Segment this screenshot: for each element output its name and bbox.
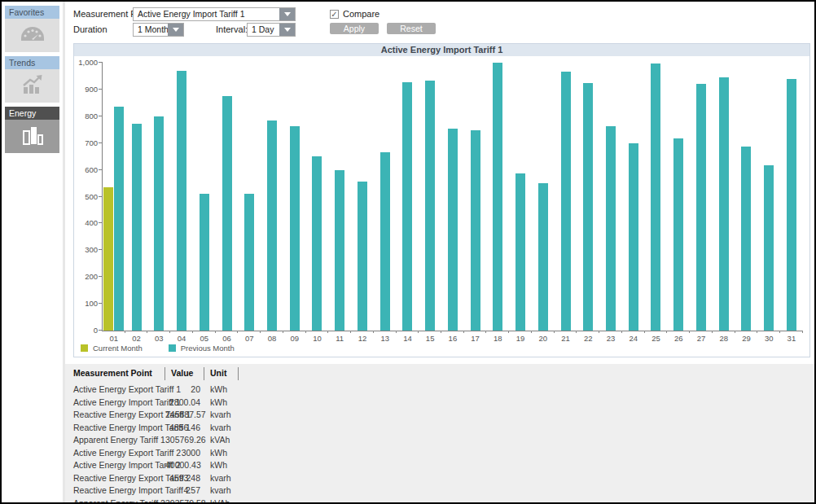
measurement-point-select[interactable]: Active Energy Import Tariff 1	[133, 7, 296, 21]
chart-legend: Current MonthPrevious Month	[81, 344, 235, 353]
bar-group	[328, 63, 351, 331]
bar	[425, 81, 435, 331]
bar	[114, 107, 124, 331]
y-axis-tick-mark	[99, 116, 103, 116]
bar	[267, 121, 277, 331]
bar	[200, 194, 209, 331]
table-row[interactable]: Apparent Energy Tariff 1305769.26kVAh	[73, 434, 814, 447]
x-axis-tick-label: 05	[193, 334, 216, 343]
table-row[interactable]: Active Energy Import Tariff 12800.04kWh	[73, 397, 814, 410]
bar	[103, 187, 113, 331]
bar-group	[351, 63, 374, 331]
legend-item: Current Month	[81, 344, 143, 353]
cell-value: 305769.26	[165, 434, 204, 447]
x-axis-tick-mark	[464, 331, 487, 333]
y-axis-tick-label: 300	[76, 246, 98, 253]
bar-group	[486, 63, 509, 331]
x-axis-tick-label: 02	[125, 334, 148, 343]
x-axis-tick-mark	[441, 331, 464, 333]
bar-group	[147, 63, 170, 331]
sidebar-item-label: Favorites	[5, 6, 59, 19]
legend-swatch	[81, 344, 88, 352]
table-row[interactable]: Active Energy Import Tariff 240000.43kWh	[73, 459, 814, 472]
bar	[696, 84, 706, 331]
apply-button[interactable]: Apply	[330, 23, 379, 34]
x-axis-tick-label: 24	[622, 334, 645, 343]
bar	[741, 147, 751, 331]
x-axis-tick-mark	[351, 331, 374, 333]
sidebar-item-label: Trends	[5, 56, 59, 69]
y-axis-tick-label: 200	[76, 273, 98, 280]
x-axis-tick-mark	[667, 331, 690, 333]
x-axis-tick-mark	[238, 331, 261, 333]
duration-select[interactable]: 1 Month	[133, 23, 184, 37]
bar-group	[690, 63, 713, 331]
table-row[interactable]: Reactive Energy Export Tariff 1245687.57…	[73, 409, 814, 422]
bar-group	[509, 63, 532, 331]
cell-unit: kvarh	[204, 472, 239, 485]
x-axis-tick-mark	[735, 331, 758, 333]
x-axis-tick-label: 25	[645, 334, 668, 343]
y-axis-tick-mark	[99, 222, 103, 223]
x-axis-tick-label: 29	[735, 334, 758, 343]
x-axis-ticks	[103, 331, 803, 333]
dropdown-arrow-icon[interactable]	[168, 24, 183, 36]
x-axis-tick-label: 11	[328, 334, 351, 343]
cell-measurement-point: Active Energy Import Tariff 1	[73, 397, 165, 410]
sidebar-item-energy[interactable]: Energy	[5, 107, 59, 153]
bar	[606, 126, 616, 331]
x-axis-tick-mark	[599, 331, 622, 333]
bar	[764, 165, 774, 331]
compare-label: Compare	[343, 9, 379, 19]
cell-unit: kvarh	[204, 484, 239, 497]
bar-group	[261, 63, 283, 331]
measurement-table: Measurement Point Value Unit Active Ener…	[65, 364, 814, 502]
compare-checkbox[interactable]: ✓	[330, 10, 339, 19]
x-axis-tick-mark	[532, 331, 555, 333]
y-axis-tick-mark	[99, 169, 103, 170]
x-axis-tick-mark	[555, 331, 577, 333]
interval-select[interactable]: 1 Day	[247, 23, 296, 37]
bar-group	[555, 63, 577, 331]
bar-group	[645, 63, 668, 331]
sidebar-item-favorites[interactable]: Favorites	[5, 6, 59, 52]
bar	[515, 173, 525, 331]
bar	[222, 96, 232, 331]
table-row[interactable]: Active Energy Export Tariff 23000kWh	[73, 447, 814, 460]
dropdown-arrow-icon[interactable]	[279, 8, 295, 20]
cell-measurement-point: Reactive Energy Export Tariff 2	[73, 472, 165, 485]
sidebar-item-label: Energy	[5, 107, 59, 120]
cell-unit: kVAh	[204, 497, 239, 503]
table-row[interactable]: Reactive Energy Import Tariff 24.57kvarh	[73, 484, 814, 497]
reset-button[interactable]: Reset	[387, 23, 436, 34]
x-axis-tick-label: 21	[555, 334, 577, 343]
y-axis-tick-mark	[99, 249, 103, 250]
x-axis-tick-mark	[622, 331, 645, 333]
x-axis-tick-mark	[216, 331, 239, 333]
interval-value: 1 Day	[248, 24, 279, 36]
bar-group	[667, 63, 690, 331]
y-axis-tick-mark	[99, 276, 103, 277]
x-axis-tick-label: 08	[261, 334, 283, 343]
bar-group	[397, 63, 419, 331]
cell-unit: kVAh	[204, 434, 239, 447]
cell-value: 393579.58	[165, 497, 204, 503]
bar	[335, 170, 344, 331]
sidebar-item-trends[interactable]: Trends	[5, 56, 59, 103]
table-row[interactable]: Apparent Energy Tariff 2393579.58kVAh	[73, 497, 814, 503]
bar	[290, 126, 300, 331]
table-row[interactable]: Reactive Energy Import Tariff 14856.46kv…	[73, 422, 814, 435]
dropdown-arrow-icon[interactable]	[279, 24, 295, 36]
x-axis-tick-mark	[125, 331, 148, 333]
x-axis-tick-label: 17	[464, 334, 487, 343]
y-axis-tick-label: 700	[76, 139, 98, 147]
bar	[132, 124, 142, 331]
table-row[interactable]: Reactive Energy Export Tariff 24593.48kv…	[73, 472, 814, 485]
bar-group	[283, 63, 306, 331]
bar	[651, 64, 660, 331]
bar-group	[170, 63, 193, 331]
bar-group	[532, 63, 555, 331]
x-axis-tick-label: 12	[351, 334, 374, 343]
x-axis-tick-mark	[103, 331, 125, 333]
table-row[interactable]: Active Energy Export Tariff 120kWh	[73, 383, 814, 397]
